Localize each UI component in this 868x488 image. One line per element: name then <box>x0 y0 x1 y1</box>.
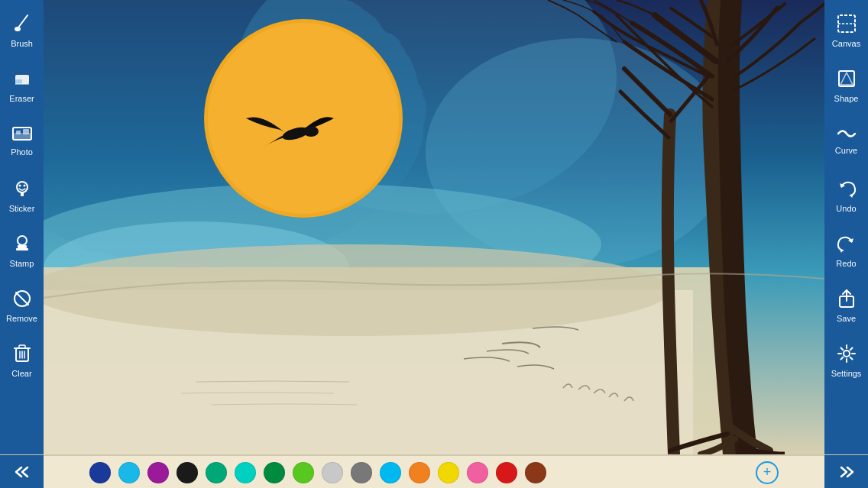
canvas-icon <box>837 14 857 37</box>
curve-icon <box>837 127 857 144</box>
tool-clear[interactable]: Clear <box>0 333 44 388</box>
tool-canvas[interactable]: Canvas <box>824 3 868 58</box>
right-sidebar: Canvas Shape Curve <box>824 0 868 454</box>
save-icon <box>838 289 855 312</box>
photo-icon <box>12 125 32 145</box>
tool-settings[interactable]: Settings <box>824 333 868 388</box>
add-color-icon: + <box>763 464 772 480</box>
canvas-inner <box>44 0 824 454</box>
settings-icon <box>837 344 857 367</box>
color-swatch-orange[interactable] <box>409 462 430 483</box>
color-swatch-brown[interactable] <box>525 462 546 483</box>
shape-icon <box>837 69 857 92</box>
color-swatch-yellow[interactable] <box>438 462 459 483</box>
main-area: Brush Eraser <box>0 0 868 454</box>
svg-point-34 <box>208 23 399 214</box>
shape-label: Shape <box>834 94 859 103</box>
svg-rect-8 <box>23 129 29 134</box>
stamp-icon <box>12 234 32 257</box>
color-swatch-lightgray[interactable] <box>322 462 343 483</box>
tool-eraser[interactable]: Eraser <box>0 58 44 113</box>
brush-label: Brush <box>11 39 33 48</box>
svg-point-32 <box>44 244 670 336</box>
svg-point-11 <box>23 184 25 186</box>
color-swatch-purple[interactable] <box>147 462 169 483</box>
settings-label: Settings <box>831 369 862 378</box>
nav-right-button[interactable] <box>824 455 868 488</box>
clear-icon <box>14 344 31 367</box>
svg-rect-12 <box>21 192 24 196</box>
tool-save[interactable]: Save <box>824 278 868 333</box>
sticker-icon <box>12 179 32 202</box>
tool-sticker[interactable]: Sticker <box>0 168 44 223</box>
svg-point-9 <box>17 182 28 192</box>
clear-label: Clear <box>11 369 31 378</box>
brush-icon <box>12 14 32 37</box>
color-swatch-green[interactable] <box>264 462 285 483</box>
photo-label: Photo <box>11 147 33 157</box>
svg-line-17 <box>16 292 28 305</box>
svg-rect-7 <box>16 131 21 134</box>
tool-redo[interactable]: Redo <box>824 223 868 278</box>
svg-point-41 <box>844 351 850 357</box>
app-container: Brush Eraser <box>0 0 868 488</box>
remove-icon <box>12 289 32 312</box>
tool-curve[interactable]: Curve <box>824 113 868 168</box>
color-swatch-black[interactable] <box>177 462 198 483</box>
color-swatch-teal[interactable] <box>206 462 227 483</box>
svg-point-36 <box>303 126 319 137</box>
color-swatch-navy[interactable] <box>89 462 111 483</box>
tool-remove[interactable]: Remove <box>0 278 44 333</box>
color-swatch-aqua[interactable] <box>235 462 256 483</box>
painting-canvas[interactable] <box>44 0 824 454</box>
undo-label: Undo <box>836 204 856 213</box>
svg-rect-20 <box>19 345 25 348</box>
tool-brush[interactable]: Brush <box>0 3 44 58</box>
color-swatch-lime[interactable] <box>293 462 314 483</box>
stamp-label: Stamp <box>10 259 34 268</box>
color-swatch-red[interactable] <box>496 462 517 483</box>
svg-point-13 <box>18 236 27 245</box>
eraser-icon <box>12 69 32 92</box>
sticker-label: Sticker <box>9 204 35 213</box>
svg-rect-14 <box>18 245 27 248</box>
bottom-bar: + <box>0 454 868 488</box>
redo-label: Redo <box>836 259 856 268</box>
svg-point-10 <box>18 184 21 186</box>
canvas-label: Canvas <box>832 39 860 48</box>
save-label: Save <box>837 314 856 323</box>
tool-undo[interactable]: Undo <box>824 168 868 223</box>
color-swatch-gray[interactable] <box>351 462 372 483</box>
tool-photo[interactable]: Photo <box>0 113 44 168</box>
undo-icon <box>837 179 857 202</box>
remove-label: Remove <box>6 314 37 323</box>
canvas-area[interactable] <box>44 0 824 454</box>
color-swatch-cyan[interactable] <box>118 462 140 483</box>
color-swatch-skyblue[interactable] <box>380 462 401 483</box>
tool-shape[interactable]: Shape <box>824 58 868 113</box>
color-swatch-pink[interactable] <box>467 462 488 483</box>
color-palette: + <box>44 455 824 488</box>
curve-label: Curve <box>835 146 857 155</box>
redo-icon <box>837 234 857 257</box>
svg-rect-3 <box>15 79 22 84</box>
svg-point-1 <box>15 27 21 31</box>
left-sidebar: Brush Eraser <box>0 0 44 454</box>
svg-line-0 <box>18 15 28 27</box>
svg-rect-15 <box>16 248 28 250</box>
eraser-label: Eraser <box>9 94 34 103</box>
add-color-button[interactable]: + <box>756 461 779 484</box>
tool-stamp[interactable]: Stamp <box>0 223 44 278</box>
nav-left-button[interactable] <box>0 455 44 488</box>
